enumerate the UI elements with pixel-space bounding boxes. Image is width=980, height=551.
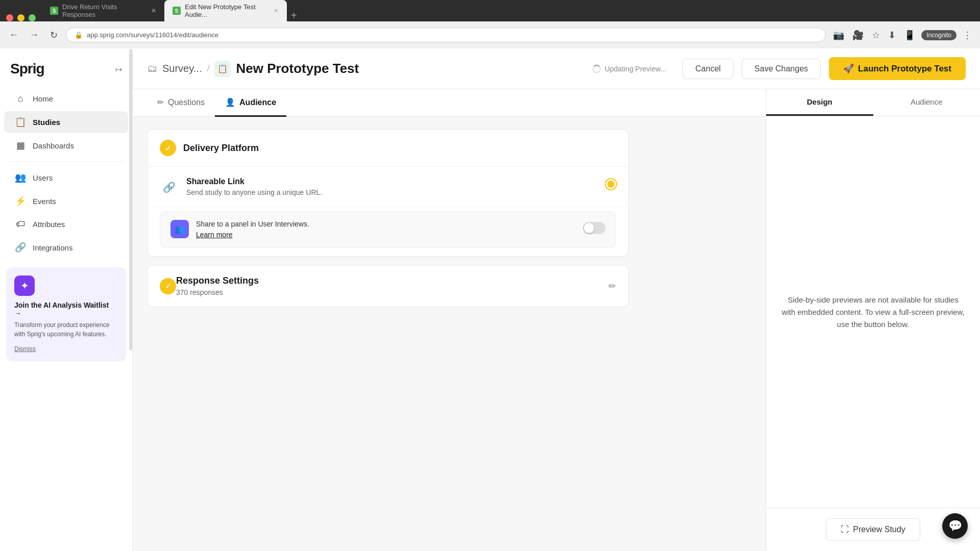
sidebar-item-label-integrations: Integrations xyxy=(33,243,72,252)
delivery-platform-card: ✓ Delivery Platform 🔗 Shareable Link Sen… xyxy=(147,129,629,257)
study-icon: 📋 xyxy=(214,61,231,77)
sidebar-item-home[interactable]: ⌂ Home xyxy=(4,88,128,109)
folder-icon: 🗂 xyxy=(147,63,157,74)
browser-toolbar: ← → ↻ 🔒 app.sprig.com/surveys/116014/edi… xyxy=(0,21,980,48)
edit-icon[interactable]: ✏ xyxy=(608,281,616,292)
incognito-badge: Incognito xyxy=(921,30,957,40)
response-settings-title: Response Settings xyxy=(176,276,608,286)
preview-message: Side-by-side previews are not available … xyxy=(781,294,965,331)
studies-icon: 📋 xyxy=(14,116,27,128)
sidebar-item-label-attributes: Attributes xyxy=(33,220,65,229)
sidebar-logo-area: Sprig ↦ xyxy=(0,57,132,87)
tab-audience[interactable]: 👤 Audience xyxy=(215,89,286,117)
chat-bubble[interactable]: 💬 xyxy=(942,513,968,539)
dashboards-icon: ▦ xyxy=(14,140,27,151)
delivery-platform-title: Delivery Platform xyxy=(183,143,259,154)
tab-close-2[interactable]: ✕ xyxy=(274,7,279,14)
browser-tab-2[interactable]: S Edit New Prototype Test Audie... ✕ xyxy=(164,0,287,21)
ai-banner-title[interactable]: Join the AI Analysis Waitlist → xyxy=(14,301,118,317)
shareable-link-desc: Send study to anyone using a unique URL. xyxy=(186,188,598,196)
dismiss-button[interactable]: Dismiss xyxy=(14,345,36,353)
editor-inner: ✓ Delivery Platform 🔗 Shareable Link Sen… xyxy=(133,117,643,328)
delivery-platform-body: 🔗 Shareable Link Send study to anyone us… xyxy=(148,167,628,248)
user-interviews-icon: 👥 xyxy=(170,220,189,238)
launch-prototype-button[interactable]: 🚀 Launch Prototype Test xyxy=(829,57,966,80)
sidebar-item-dashboards[interactable]: ▦ Dashboards xyxy=(4,135,128,156)
sidebar-item-attributes[interactable]: 🏷 Attributes xyxy=(4,214,128,235)
ai-banner: ✦ Join the AI Analysis Waitlist → Transf… xyxy=(6,267,126,361)
chat-icon: 💬 xyxy=(948,519,962,533)
learn-more-link[interactable]: Learn more xyxy=(196,231,233,239)
user-interviews-toggle[interactable] xyxy=(583,222,605,234)
main-content: 🗂 Survey... / 📋 New Prototype Test Updat… xyxy=(133,48,980,551)
updating-preview: Updating Preview... xyxy=(593,65,667,73)
logo: Sprig xyxy=(10,61,44,77)
cast-icon[interactable]: 📷 xyxy=(831,28,846,43)
user-interviews-title: Share to a panel in User Interviews. xyxy=(196,220,576,228)
forward-button[interactable]: → xyxy=(27,28,42,42)
preview-study-label: Preview Study xyxy=(853,525,905,534)
camera-off-icon[interactable]: 🎥 xyxy=(850,28,866,43)
top-header: 🗂 Survey... / 📋 New Prototype Test Updat… xyxy=(133,48,980,89)
editor-panel: ✏ Questions 👤 Audience ✓ Delivery Platfo… xyxy=(133,89,766,551)
tab-title-1: Drive Return Visits Responses xyxy=(62,3,147,18)
ai-banner-icon: ✦ xyxy=(14,276,35,296)
audience-tab-icon: 👤 xyxy=(225,97,235,107)
user-interviews-panel: 👥 Share to a panel in User Interviews. L… xyxy=(160,211,616,248)
back-button[interactable]: ← xyxy=(6,28,21,42)
delivery-platform-header: ✓ Delivery Platform xyxy=(148,130,628,167)
sidebar-collapse-button[interactable]: ↦ xyxy=(115,64,122,74)
menu-icon[interactable]: ⋮ xyxy=(961,28,974,43)
download-icon[interactable]: ⬇ xyxy=(886,28,898,43)
sidebar-item-events[interactable]: ⚡ Events xyxy=(4,190,128,212)
cancel-button[interactable]: Cancel xyxy=(682,59,733,79)
preview-tab-audience[interactable]: Audience xyxy=(873,89,981,116)
launch-label: Launch Prototype Test xyxy=(858,64,951,74)
minimize-button[interactable] xyxy=(17,14,24,21)
tab-favicon-2: S xyxy=(173,7,181,15)
response-check-icon: ✓ xyxy=(160,278,176,294)
shareable-link-title: Shareable Link xyxy=(186,177,598,186)
preview-tab-design[interactable]: Design xyxy=(766,89,873,116)
expand-icon: ⛶ xyxy=(841,525,849,534)
device-icon[interactable]: 📱 xyxy=(902,28,917,43)
sidebar-item-studies[interactable]: 📋 Studies xyxy=(4,111,128,133)
sidebar-scrollbar-thumb xyxy=(129,49,132,350)
sidebar-scrollbar[interactable] xyxy=(129,48,132,551)
attributes-icon: 🏷 xyxy=(14,219,27,230)
tab-favicon-1: S xyxy=(50,7,58,15)
updating-label: Updating Preview... xyxy=(605,65,667,73)
save-changes-button[interactable]: Save Changes xyxy=(742,59,821,79)
browser-tab-1[interactable]: S Drive Return Visits Responses ✕ xyxy=(42,0,164,21)
tab-questions[interactable]: ✏ Questions xyxy=(147,89,215,117)
toolbar-actions: 📷 🎥 ☆ ⬇ 📱 Incognito ⋮ xyxy=(831,28,974,43)
sidebar-item-users[interactable]: 👥 Users xyxy=(4,167,128,188)
browser-tabs: S Drive Return Visits Responses ✕ S Edit… xyxy=(0,0,980,21)
breadcrumb: 🗂 Survey... / 📋 New Prototype Test xyxy=(147,61,584,77)
sidebar-item-integrations[interactable]: 🔗 Integrations xyxy=(4,237,128,258)
browser-chrome: S Drive Return Visits Responses ✕ S Edit… xyxy=(0,0,980,48)
close-button[interactable] xyxy=(6,14,13,21)
shareable-link-option[interactable]: 🔗 Shareable Link Send study to anyone us… xyxy=(148,167,628,207)
preview-study-button[interactable]: ⛶ Preview Study xyxy=(826,518,920,541)
audience-tab-label: Audience xyxy=(239,98,276,107)
users-icon: 👥 xyxy=(14,172,27,183)
spinner-icon xyxy=(593,65,601,73)
tab-close-1[interactable]: ✕ xyxy=(151,7,156,14)
breadcrumb-survey[interactable]: Survey... xyxy=(162,63,202,74)
sidebar-item-label-home: Home xyxy=(33,94,53,103)
ai-banner-description: Transform your product experience with S… xyxy=(14,320,118,339)
address-bar[interactable]: 🔒 app.sprig.com/surveys/116014/edit/audi… xyxy=(66,28,826,42)
maximize-button[interactable] xyxy=(29,14,36,21)
response-count: 370 responses xyxy=(176,288,608,296)
bookmark-icon[interactable]: ☆ xyxy=(870,28,882,43)
sidebar-item-label-events: Events xyxy=(33,197,56,206)
preview-content: Side-by-side previews are not available … xyxy=(766,116,980,508)
sidebar-item-label-studies: Studies xyxy=(33,118,60,127)
reload-button[interactable]: ↻ xyxy=(47,28,61,43)
new-tab-button[interactable]: + xyxy=(287,10,301,21)
link-icon: 🔗 xyxy=(160,178,178,196)
shareable-link-radio[interactable] xyxy=(606,179,616,189)
preview-tabs: Design Audience xyxy=(766,89,980,116)
sidebar-item-label-dashboards: Dashboards xyxy=(33,141,74,150)
